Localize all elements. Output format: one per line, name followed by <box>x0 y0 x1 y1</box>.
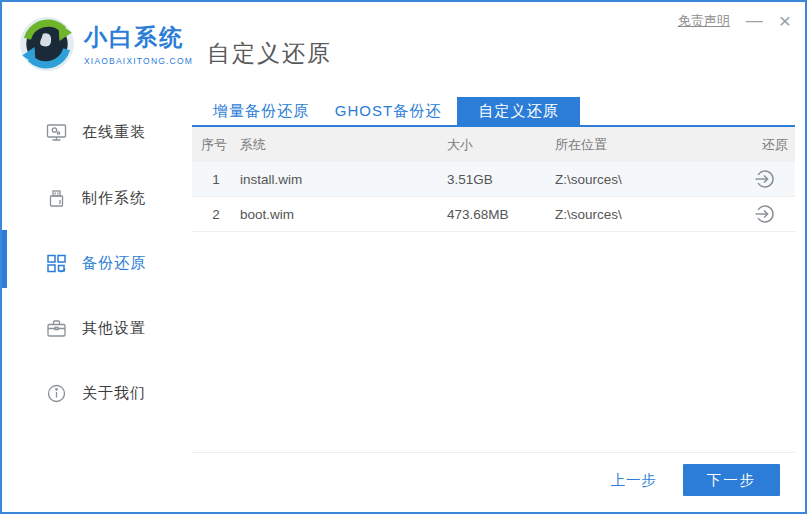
backup-grid-icon <box>46 253 67 274</box>
brand-domain: XIAOBAIXITONG.COM <box>84 56 193 66</box>
cell-index: 2 <box>192 207 240 222</box>
usb-drive-icon <box>46 188 67 209</box>
col-header-index: 序号 <box>192 136 240 154</box>
sync-swirl-logo-icon <box>18 15 76 73</box>
disclaimer-link[interactable]: 免责声明 <box>678 12 730 30</box>
footer: 上一步 下一步 <box>611 464 781 496</box>
monitor-icon <box>46 122 67 143</box>
page-title: 自定义还原 <box>207 38 332 69</box>
tab-incremental-backup-restore[interactable]: 增量备份还原 <box>213 97 309 125</box>
restore-icon[interactable] <box>754 168 776 190</box>
next-button[interactable]: 下一步 <box>683 464 780 496</box>
sidebar-item-label: 制作系统 <box>82 189 146 208</box>
restore-table: 序号 系统 大小 所在位置 还原 1 install.wim 3.51GB Z:… <box>192 127 795 232</box>
tab-custom-restore[interactable]: 自定义还原 <box>457 97 580 125</box>
cell-location: Z:\sources\ <box>555 172 735 187</box>
minimize-icon[interactable]: — <box>746 12 763 29</box>
app-logo: 小白系统 XIAOBAIXITONG.COM <box>18 15 193 73</box>
cell-system: install.wim <box>240 172 447 187</box>
restore-icon[interactable] <box>754 203 776 225</box>
sidebar-item-label: 在线重装 <box>82 123 146 142</box>
cell-index: 1 <box>192 172 240 187</box>
tab-ghost-backup-restore[interactable]: GHOST备份还原 <box>329 97 447 125</box>
col-header-system: 系统 <box>240 136 447 154</box>
cell-size: 473.68MB <box>447 207 555 222</box>
col-header-location: 所在位置 <box>555 136 735 154</box>
briefcase-icon <box>46 318 67 339</box>
back-button[interactable]: 上一步 <box>611 471 658 490</box>
col-header-restore: 还原 <box>735 136 795 154</box>
close-icon[interactable]: × <box>779 10 791 31</box>
sidebar-item-label: 备份还原 <box>82 254 146 273</box>
window-controls: 免责声明 — × <box>678 10 791 31</box>
table-row[interactable]: 2 boot.wim 473.68MB Z:\sources\ <box>192 197 795 232</box>
col-header-size: 大小 <box>447 136 555 154</box>
sidebar-item-backup-restore[interactable]: 备份还原 <box>2 243 187 283</box>
sidebar-item-online-reinstall[interactable]: 在线重装 <box>2 112 187 152</box>
table-row[interactable]: 1 install.wim 3.51GB Z:\sources\ <box>192 162 795 197</box>
info-circle-icon <box>46 383 67 404</box>
brand-name: 小白系统 <box>84 22 193 53</box>
sidebar-item-label: 关于我们 <box>82 384 146 403</box>
sidebar: 在线重装 制作系统 备份还原 <box>2 92 187 512</box>
sidebar-item-other-settings[interactable]: 其他设置 <box>2 308 187 348</box>
app-window: 小白系统 XIAOBAIXITONG.COM 自定义还原 免责声明 — × 在线… <box>0 0 807 514</box>
footer-divider <box>192 452 795 453</box>
cell-location: Z:\sources\ <box>555 207 735 222</box>
cell-system: boot.wim <box>240 207 447 222</box>
table-header-row: 序号 系统 大小 所在位置 还原 <box>192 127 795 162</box>
sidebar-item-make-system[interactable]: 制作系统 <box>2 178 187 218</box>
cell-size: 3.51GB <box>447 172 555 187</box>
sidebar-item-label: 其他设置 <box>82 319 146 338</box>
sidebar-item-about-us[interactable]: 关于我们 <box>2 373 187 413</box>
